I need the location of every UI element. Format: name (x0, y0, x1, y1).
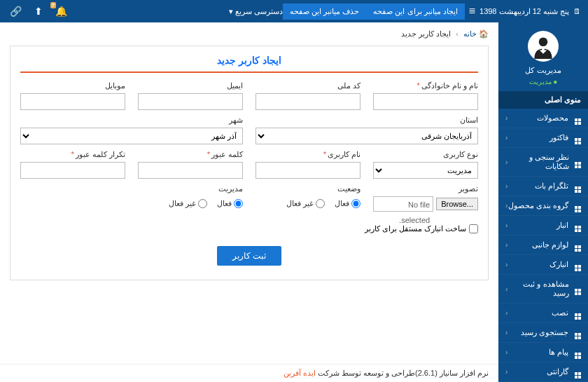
chevron-left-icon: ‹ (505, 285, 507, 293)
national-code-input[interactable] (255, 93, 360, 110)
chevron-left-icon: ‹ (505, 202, 507, 210)
sidebar-item-10[interactable]: جستجوی رسید‹ (498, 323, 588, 343)
status-inactive[interactable]: غیر فعال (286, 199, 325, 208)
upload-icon[interactable]: ⬆ (31, 4, 46, 18)
label-national-code: کد ملی (255, 81, 360, 90)
grid-icon (573, 182, 581, 191)
grid-icon (573, 202, 581, 210)
chevron-left-icon: ‹ (505, 261, 507, 268)
breadcrumb: 🏠 خانه › ایجاد کاربر جدید (0, 22, 498, 46)
password-input[interactable] (138, 162, 243, 179)
breadcrumb-home[interactable]: خانه (463, 29, 477, 38)
chevron-left-icon: ‹ (505, 309, 507, 317)
chevron-down-icon: ▾ (229, 7, 233, 15)
delete-shortcut-button[interactable]: حذف میانبر این صفحه (283, 4, 366, 20)
grid-icon (573, 329, 581, 337)
label-image: تصویر (373, 184, 478, 193)
fullname-input[interactable] (373, 93, 478, 110)
svg-point-0 (539, 37, 548, 46)
sidebar-item-4[interactable]: گروه بندی محصول‹ (498, 196, 588, 216)
submit-button[interactable]: ثبت کاربر (217, 246, 281, 266)
calendar-icon: 🗓 (573, 7, 581, 15)
breadcrumb-current: ایجاد کاربر جدید (401, 29, 451, 38)
mobile-input[interactable] (20, 93, 125, 110)
city-select[interactable]: آذر شهر (20, 128, 243, 144)
chevron-left-icon: ‹ (505, 329, 507, 336)
file-selected-text: No file selected. (373, 196, 433, 212)
chevron-left-icon: ‹ (505, 221, 507, 229)
label-user-type: نوع کاربری (373, 150, 478, 159)
menu-header: منوی اصلی (498, 91, 588, 109)
browse-button[interactable]: ...Browse (436, 198, 478, 210)
status-active[interactable]: فعال (335, 199, 360, 208)
grid-icon (573, 348, 581, 357)
label-password: کلمه عبور* (138, 150, 243, 159)
user-type-select[interactable]: مدیریت (373, 162, 478, 179)
sidebar-item-0[interactable]: محصولات‹ (498, 109, 588, 128)
chevron-left-icon: ‹ (505, 158, 507, 166)
label-email: ایمیل (138, 81, 243, 90)
sidebar-item-6[interactable]: لوازم جانبی‹ (498, 236, 588, 255)
mgmt-inactive[interactable]: غیر فعال (169, 199, 207, 208)
grid-icon (573, 261, 581, 269)
page-title: ایجاد کاربر جدید (20, 49, 478, 71)
sidebar: مدیریت کل مدیریت منوی اصلی محصولات‹فاکتو… (498, 22, 588, 382)
mgmt-active[interactable]: فعال (217, 199, 243, 208)
label-fullname: نام و نام خانوادگی* (373, 81, 478, 90)
user-status: مدیریت (498, 78, 588, 86)
share-icon[interactable]: 🔗 (7, 4, 24, 18)
chevron-left-icon: ‹ (505, 134, 507, 142)
sidebar-item-8[interactable]: مشاهده و ثبت رسید‹ (498, 275, 588, 303)
grid-icon (573, 241, 581, 250)
grid-icon (573, 114, 581, 123)
notification-icon[interactable]: 🔔۳ (52, 4, 70, 18)
create-shortcut-button[interactable]: ایجاد میانبر برای این صفحه (366, 4, 464, 20)
password-repeat-input[interactable] (20, 162, 125, 179)
grid-icon (573, 221, 581, 230)
grid-icon (573, 368, 581, 376)
sidebar-item-2[interactable]: نظر سنجی و شکایات‹ (498, 148, 588, 177)
label-management: مدیریت (138, 184, 243, 193)
sidebar-item-5[interactable]: انبار‹ (498, 216, 588, 236)
user-role: مدیریت کل (498, 66, 588, 75)
menu-toggle[interactable]: ≡ (465, 5, 479, 18)
grid-icon (573, 134, 581, 142)
avatar (528, 31, 559, 62)
chevron-left-icon: ‹ (505, 241, 507, 249)
sidebar-item-12[interactable]: گارانتی‹ (498, 362, 588, 382)
chevron-left-icon: ‹ (505, 114, 507, 122)
label-mobile: موبایل (20, 81, 125, 90)
sidebar-item-9[interactable]: نصب‹ (498, 303, 588, 323)
sidebar-item-7[interactable]: انبارک‹ (498, 255, 588, 275)
main-content: 🏠 خانه › ایجاد کاربر جدید ایجاد کاربر جد… (0, 22, 498, 382)
province-select[interactable]: آذربایجان شرقی (255, 128, 478, 144)
label-city: شهر (20, 116, 243, 125)
username-input[interactable] (255, 162, 360, 179)
sidebar-item-11[interactable]: پیام ها‹ (498, 343, 588, 362)
warehouse-checkbox[interactable] (469, 224, 478, 233)
date-text: پنج شنبه 12 اردیبهشت 1398 (479, 7, 569, 16)
sidebar-item-1[interactable]: فاکتور‹ (498, 128, 588, 148)
chevron-left-icon: ‹ (505, 368, 507, 376)
label-password-repeat: تکرار کلمه عبور* (20, 150, 125, 159)
grid-icon (573, 285, 581, 293)
grid-icon (573, 158, 581, 166)
email-input[interactable] (138, 93, 243, 110)
label-status: وضعیت (255, 184, 360, 193)
label-username: نام کاربری* (255, 150, 360, 159)
sidebar-item-3[interactable]: تلگرام بات‹ (498, 177, 588, 196)
home-icon: 🏠 (479, 29, 489, 38)
grid-icon (573, 309, 581, 318)
chevron-left-icon: ‹ (505, 348, 507, 356)
chevron-left-icon: ‹ (505, 182, 507, 190)
quick-access-link[interactable]: دسترسی سریع ▾ (229, 7, 283, 16)
footer: نرم افزار سانیار (2.6.1)طراحی و توسعه تو… (0, 364, 498, 382)
warehouse-label: ساخت انبارک مستقل برای کاربر (365, 224, 466, 233)
label-province: استان (255, 116, 478, 125)
